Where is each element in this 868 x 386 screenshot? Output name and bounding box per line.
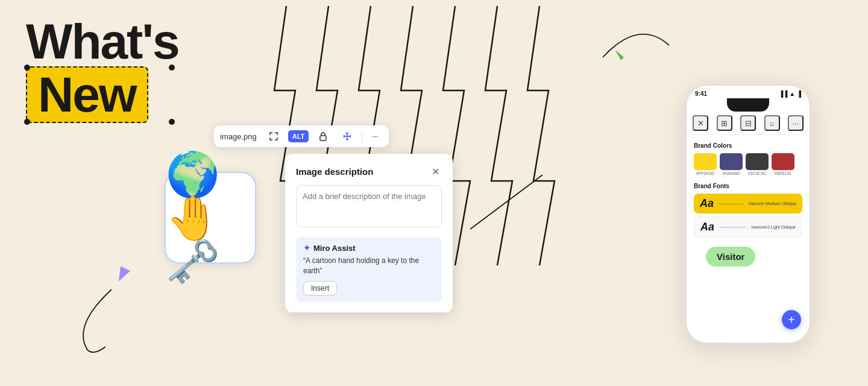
font-aa-1: Aa [700, 197, 714, 210]
visitor-badge: Visitor [706, 247, 755, 267]
svg-marker-0 [113, 263, 132, 281]
phone-close-button[interactable]: ✕ [693, 115, 708, 131]
miro-assist-star-icon: ✦ [303, 243, 310, 253]
color-hex-1: #FFD41D [694, 171, 717, 176]
svg-rect-3 [320, 136, 326, 141]
miro-assist-label: Miro Assist [313, 244, 356, 253]
color-swatch-1: #FFD41D [694, 153, 717, 176]
more-button[interactable]: ··· [367, 130, 383, 143]
whats-text: What's [26, 17, 179, 66]
color-swatch-4: #B03131 [772, 153, 794, 176]
phone-table-button[interactable]: ⊟ [740, 115, 756, 131]
phone-mockup: 9:41 ▐▐ ▲ ▐ ✕ ⊞ ⊟ ⌕ ··· Brand Colors #FF… [685, 84, 811, 344]
hero-section: What's New [26, 17, 179, 123]
move-button[interactable] [338, 129, 357, 144]
phone-fab-button[interactable]: + [782, 310, 801, 329]
dialog-title: Image description [296, 166, 373, 177]
phone-search-button[interactable]: ⌕ [764, 115, 780, 131]
dialog-close-button[interactable]: ✕ [429, 165, 442, 178]
toolbar-divider [362, 131, 362, 142]
phone-status-bar: 9:41 ▐▐ ▲ ▐ [687, 86, 810, 98]
brand-colors-title: Brand Colors [694, 142, 802, 149]
font-line-2 [719, 227, 746, 228]
miro-assist-section: ✦ Miro Assist “A cartoon hand holding a … [296, 237, 442, 302]
lock-button[interactable] [313, 129, 333, 144]
selected-image: 🌍🤚🗝️ [165, 172, 256, 264]
new-badge: New [26, 66, 148, 123]
insert-button[interactable]: Insert [303, 281, 337, 296]
phone-notch [727, 98, 769, 112]
brand-fonts-title: Brand Fonts [694, 183, 802, 189]
svg-marker-1 [615, 49, 624, 60]
color-box-4 [772, 153, 794, 170]
color-hex-3: #3C3C3C [746, 171, 769, 176]
image-toolbar: image.png ALT ··· [214, 125, 389, 147]
resize-button[interactable] [264, 129, 283, 144]
description-textarea[interactable] [296, 185, 442, 227]
font-line-1 [719, 203, 744, 204]
dialog-header: Image description ✕ [296, 165, 442, 178]
image-description-dialog: Image description ✕ ✦ Miro Assist “A car… [285, 154, 453, 312]
color-box-2 [720, 153, 743, 170]
color-box-1 [694, 153, 717, 170]
font-name-1: Hanover Medium Oblique [749, 201, 796, 206]
toolbar-filename: image.png [220, 132, 257, 141]
font-name-2: Hanover2 Light Oblique [751, 224, 796, 230]
font-card-2: Aa Hanover2 Light Oblique [694, 217, 802, 238]
alt-button[interactable]: ALT [288, 130, 309, 142]
font-card-1: Aa Hanover Medium Oblique [694, 194, 802, 214]
miro-assist-text: “A cartoon hand holding a key to the ear… [303, 256, 435, 276]
phone-nav-bar: ✕ ⊞ ⊟ ⌕ ··· [687, 112, 810, 135]
phone-time: 9:41 [695, 90, 707, 97]
miro-assist-header: ✦ Miro Assist [303, 243, 435, 253]
color-box-3 [746, 153, 769, 170]
globe-emoji: 🌍🤚🗝️ [166, 153, 255, 283]
color-hex-2: #4A4A80 [720, 171, 743, 176]
phone-icons: ▐▐ ▲ ▐ [779, 90, 801, 97]
color-hex-4: #B03131 [772, 171, 794, 176]
phone-grid-button[interactable]: ⊞ [717, 115, 732, 131]
color-swatch-3: #3C3C3C [746, 153, 769, 176]
font-aa-2: Aa [700, 221, 714, 233]
brand-colors-row: #FFD41D #4A4A80 #3C3C3C #B03131 [694, 153, 802, 176]
color-swatch-2: #4A4A80 [720, 153, 743, 176]
phone-more-button[interactable]: ··· [788, 115, 804, 131]
phone-content: Brand Colors #FFD41D #4A4A80 #3C3C3C #B0… [687, 135, 810, 274]
